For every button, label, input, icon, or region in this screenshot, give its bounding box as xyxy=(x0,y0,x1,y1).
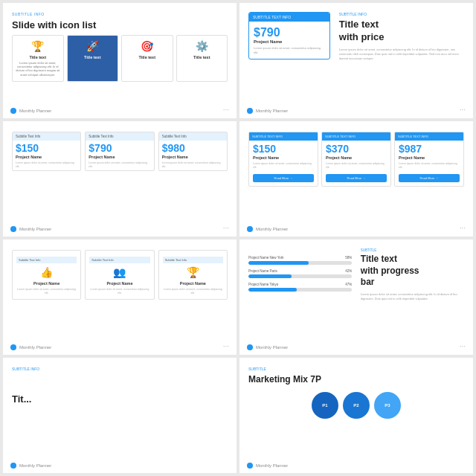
lg-price-name-0: Project Name xyxy=(249,155,318,161)
slide-three-prices: Subtitle Text Info $150 Project Name Lor… xyxy=(3,121,237,237)
footer-brand: Monthly Planner xyxy=(256,227,288,231)
footer-dot xyxy=(247,108,253,114)
lg-price-btn-0[interactable]: Read More → xyxy=(253,174,314,182)
slide3-footer-dots: ··· xyxy=(223,224,229,232)
slide-partial-title: Subtitle Info Tit... Monthly Planner xyxy=(3,358,237,473)
footer-brand: Monthly Planner xyxy=(19,109,51,113)
ellipsis-icon: ··· xyxy=(460,342,466,350)
icon-card-1: 🚀 Title text xyxy=(67,35,119,82)
slide6-right: Subtitle Title textwith progressbar Lore… xyxy=(361,248,464,301)
slide-feature-icons: Subtitle Text Info 👍 Project Name Lorem … xyxy=(3,239,237,355)
price-name-2: Project Name xyxy=(159,154,227,160)
slide4-footer-dots: ··· xyxy=(460,224,466,232)
circle-label-1: P2 xyxy=(353,403,358,408)
icon-list-grid: 🏆 Title text Lorem ipsum dolor sit amet,… xyxy=(12,35,228,82)
prog-title: Title textwith progressbar xyxy=(361,254,464,289)
footer-dot xyxy=(10,344,16,350)
slide-marketing-mix: Subtitle Marketing Mix 7P P1 P2 P3 Month… xyxy=(239,358,473,473)
footer-brand: Monthly Planner xyxy=(256,345,288,350)
feat-text-2: Lorem ipsum dolor sit amet, consectetur … xyxy=(163,288,223,295)
slide5-footer-dots: ··· xyxy=(223,342,229,350)
feat-tag-1: Subtitle Text Info xyxy=(89,257,149,263)
price-val-1: $790 xyxy=(86,141,153,154)
icon-card-0-text: Lorem ipsum dolor sit amet, consectetur … xyxy=(16,61,60,77)
lg-price-body-2: Lorem ipsum dolor sit amet, consectetur … xyxy=(395,161,463,171)
price-tag-1: Subtitle Text Info xyxy=(86,132,153,141)
prog-body: Lorem ipsum dolor sit amet, consectetur … xyxy=(361,292,464,301)
progress-label-2: Project Name Tokyo 47% xyxy=(248,283,352,286)
slide2-right: Subtitle Info Title textwith price Lorem… xyxy=(339,12,464,61)
price-body-text: Lorem ipsum dolor sit amet, consectetur … xyxy=(254,46,325,54)
feat-title-2: Project Name xyxy=(163,281,223,286)
slide2-title: Title textwith price xyxy=(339,19,464,44)
slide1-title: Slide with icon list xyxy=(12,19,228,30)
price-card-body: $790 Project Name Lorem ipsum dolor sit … xyxy=(249,22,329,59)
circle-label-0: P1 xyxy=(322,403,327,408)
lg-price-btn-1[interactable]: Read More → xyxy=(326,174,387,182)
lg-price-val-2: $987 xyxy=(395,141,463,155)
slide-icon-list: Subtitle Info Slide with icon list 🏆 Tit… xyxy=(3,3,237,118)
feat-tag-2: Subtitle Text Info xyxy=(163,257,223,263)
price-tag-2: Subtitle Text Info xyxy=(159,132,227,141)
feat-text-1: Lorem ipsum dolor sit amet, consectetur … xyxy=(89,288,149,295)
progress-text-0: Project Name New York xyxy=(248,256,284,260)
slide6-footer-dots: ··· xyxy=(460,342,466,350)
footer-brand: Monthly Planner xyxy=(19,463,51,468)
footer-dot xyxy=(10,463,16,469)
icon-card-2: 🎯 Title text xyxy=(121,35,173,82)
lg-price-val-0: $150 xyxy=(249,141,318,155)
lg-price-btn-2[interactable]: Read More → xyxy=(399,174,460,182)
price-body-0: Lorem ipsum dolor sit amet, consectetur … xyxy=(13,160,80,170)
progress-fill-0 xyxy=(248,261,309,265)
price-val-2: $980 xyxy=(159,141,227,154)
slide7-title: Tit... xyxy=(12,393,228,405)
lg-price-tag-0: Subtitle Text Info xyxy=(249,132,318,141)
progress-label-1: Project Name Paris 42% xyxy=(248,269,352,273)
footer-brand: Monthly Planner xyxy=(19,227,51,231)
gear-icon: ⚙️ xyxy=(180,40,225,52)
users-icon: 👥 xyxy=(89,266,149,278)
price-name-1: Project Name xyxy=(86,154,153,160)
lg-price-name-1: Project Name xyxy=(322,155,390,161)
slide6-footer: Monthly Planner xyxy=(247,344,288,350)
footer-dot xyxy=(10,226,16,232)
ellipsis-icon: ··· xyxy=(223,342,229,350)
footer-brand: Monthly Planner xyxy=(256,463,288,468)
three-price-row: Subtitle Text Info $150 Project Name Lor… xyxy=(12,132,228,171)
progress-bars-container: Project Name New York 58% Project Name P… xyxy=(248,256,352,292)
price-project-name: Project Name xyxy=(254,39,325,44)
footer-brand: Monthly Planner xyxy=(19,345,51,350)
lg-price-tag-2: Subtitle Text Info xyxy=(395,132,463,141)
feat-card-1: Subtitle Text Info 👥 Project Name Lorem … xyxy=(85,250,154,300)
slide8-footer: Monthly Planner xyxy=(247,463,288,469)
price-name-0: Project Name xyxy=(13,154,80,160)
icon-card-0: 🏆 Title text Lorem ipsum dolor sit amet,… xyxy=(12,35,64,82)
feat-card-0: Subtitle Text Info 👍 Project Name Lorem … xyxy=(12,250,81,300)
ellipsis-icon: ··· xyxy=(460,224,466,232)
slide1-footer: Monthly Planner xyxy=(10,108,51,114)
feat-title-1: Project Name xyxy=(89,281,149,286)
slide7-footer: Monthly Planner xyxy=(10,463,51,469)
progress-pct-1: 42% xyxy=(345,269,352,273)
lg-price-card-2: Subtitle Text Info $987 Project Name Lor… xyxy=(394,132,464,187)
slide2-left: Subtitle Text Info $790 Project Name Lor… xyxy=(248,12,330,60)
progress-item-1: Project Name Paris 42% xyxy=(248,269,352,278)
feat-text-0: Lorem ipsum dolor sit amet, consectetur … xyxy=(16,288,77,295)
price-card-0: Subtitle Text Info $150 Project Name Lor… xyxy=(12,132,81,171)
price-body-2: Lorem ipsum dolor sit amet, consectetur … xyxy=(159,160,227,170)
progress-label-0: Project Name New York 58% xyxy=(248,256,352,260)
progress-pct-2: 47% xyxy=(345,283,352,286)
price-card-2: Subtitle Text Info $980 Project Name Lor… xyxy=(158,132,228,171)
slide3-footer: Monthly Planner xyxy=(10,226,51,232)
slide2-body: Lorem ipsum dolor sit amet, consectetur … xyxy=(339,48,464,61)
price-value: $790 xyxy=(254,26,325,39)
icon-card-2-title: Title text xyxy=(125,55,170,60)
slide2-footer: Monthly Planner xyxy=(247,108,288,114)
slide-progress: Project Name New York 58% Project Name P… xyxy=(239,239,473,355)
slide1-subtitle: Subtitle Info xyxy=(12,12,228,16)
price-card-header: Subtitle Text Info xyxy=(249,13,329,22)
feat-card-2: Subtitle Text Info 🏆 Project Name Lorem … xyxy=(158,250,228,300)
price-card: Subtitle Text Info $790 Project Name Lor… xyxy=(248,12,330,60)
ellipsis-icon: ··· xyxy=(223,106,229,114)
price-val-0: $150 xyxy=(13,141,80,154)
